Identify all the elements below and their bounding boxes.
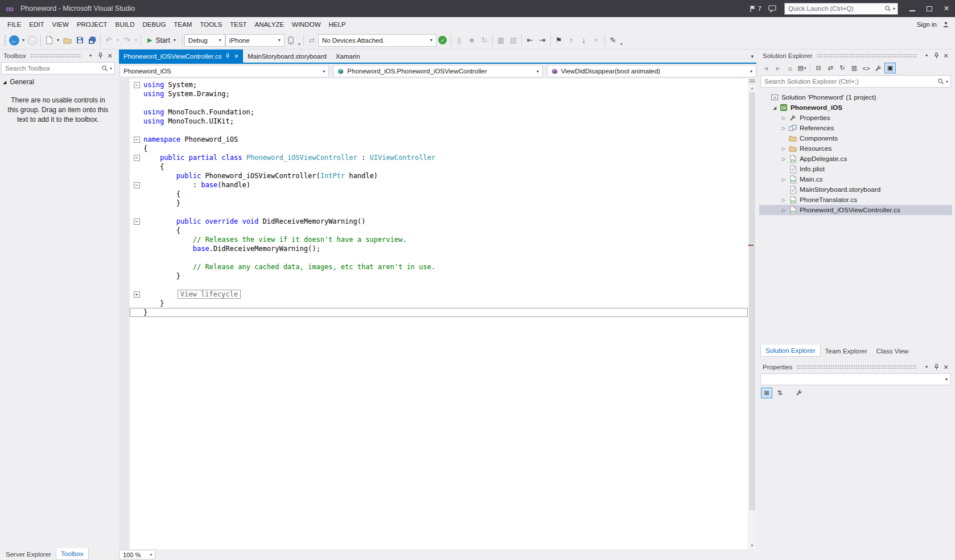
toolbox-group-general[interactable]: ◢ General	[0, 76, 116, 88]
toolbar-overflow-icon[interactable]: ▾	[620, 42, 623, 47]
code-line[interactable]: −namespace Phoneword_iOS	[130, 135, 748, 144]
menu-analyze[interactable]: ANALYZE	[250, 19, 288, 30]
type-select[interactable]: Phoneword_iOS.Phoneword_iOSViewControlle…	[333, 65, 542, 77]
close-button[interactable]: ×	[938, 0, 955, 17]
minimize-button[interactable]	[904, 0, 921, 17]
code-line[interactable]	[130, 208, 748, 217]
redo-dropdown-icon[interactable]: ▾	[133, 38, 139, 43]
tab-xamarin[interactable]: Xamarin	[331, 50, 365, 63]
collapsed-arrow-icon[interactable]: ▷	[780, 208, 788, 213]
document-list-icon[interactable]: ▾	[748, 53, 756, 59]
pin-icon[interactable]	[932, 51, 941, 60]
previous-bookmark-button[interactable]: ↑	[565, 34, 578, 47]
view-code-icon[interactable]: <>	[861, 63, 872, 73]
tree-item-references[interactable]: ▷References	[759, 123, 952, 133]
categorized-button[interactable]: ⊞	[761, 388, 772, 398]
collapsed-arrow-icon[interactable]: ▷	[780, 116, 788, 121]
tab-mainstoryboard-storyboard[interactable]: MainStoryboard.storyboard	[243, 50, 331, 63]
tree-item-main-cs[interactable]: ▷C#Main.cs	[759, 174, 952, 184]
fold-expand-icon[interactable]: +	[134, 291, 140, 298]
solution-explorer-search[interactable]: ▾	[760, 75, 951, 88]
toolbar-overflow-icon[interactable]: ▾	[298, 42, 301, 47]
tree-item-mainstoryboard-storyboard[interactable]: MainStoryboard.storyboard	[759, 184, 952, 195]
code-line[interactable]: // Releases the view if it doesn't have …	[130, 235, 748, 244]
menu-project[interactable]: PROJECT	[73, 19, 112, 30]
tree-item-appdelegate-cs[interactable]: ▷C#AppDelegate.cs	[759, 154, 952, 164]
menu-tools[interactable]: TOOLS	[196, 19, 226, 30]
menu-window[interactable]: WINDOW	[288, 19, 324, 30]
fold-collapse-icon[interactable]: −	[134, 155, 140, 161]
title-bar[interactable]: ∞ Phoneword - Microsoft Visual Studio 7 …	[0, 0, 955, 17]
toolbox-search-input[interactable]	[5, 65, 101, 72]
tree-item-phoneword-ios[interactable]: ◢C#Phoneword_iOS	[759, 102, 952, 113]
panel-tab-toolbox[interactable]: Toolbox	[56, 548, 89, 560]
scrollbar-thumb[interactable]	[749, 92, 755, 510]
switch-views-icon[interactable]: ▤▾	[796, 63, 808, 73]
solution-explorer-header[interactable]: Solution Explorer ▾ ×	[759, 50, 952, 61]
fold-collapse-icon[interactable]: −	[134, 182, 140, 188]
save-button[interactable]	[73, 34, 86, 47]
navigate-back-button[interactable]: ←	[8, 34, 20, 47]
code-line[interactable]: base.DidReceiveMemoryWarning();	[130, 244, 748, 253]
break-all-button[interactable]: ||	[453, 34, 466, 47]
feedback-icon[interactable]	[768, 5, 776, 13]
collapsed-arrow-icon[interactable]: ▷	[780, 197, 788, 203]
property-pages-button[interactable]	[793, 388, 805, 398]
solution-platform-select[interactable]: iPhone▾	[225, 34, 285, 47]
project-select[interactable]: Phoneword_iOS ▾	[120, 65, 329, 77]
tree-item-components[interactable]: Components	[759, 133, 952, 143]
user-icon[interactable]	[942, 21, 949, 28]
save-all-button[interactable]	[86, 34, 98, 47]
code-editor[interactable]: −using System;using System.Drawing;using…	[130, 79, 748, 549]
comment-button[interactable]: ✎	[607, 34, 619, 47]
split-handle[interactable]	[748, 79, 756, 84]
back-icon[interactable]: ◄	[760, 63, 772, 73]
device-settings-icon[interactable]	[285, 34, 297, 47]
code-line[interactable]: }	[130, 199, 748, 208]
tree-item-phonetranslator-cs[interactable]: ▷C#PhoneTranslator.cs	[759, 195, 952, 205]
code-line[interactable]: }	[130, 271, 748, 281]
pair-device-icon[interactable]: ⇄	[306, 34, 318, 47]
next-bookmark-button[interactable]: ↓	[578, 34, 590, 47]
zoom-select[interactable]: 100 % ▾	[119, 550, 155, 559]
close-icon[interactable]: ×	[105, 51, 114, 60]
tree-item-solution-phoneword-1-project[interactable]: ∞Solution 'Phoneword' (1 project)	[759, 92, 952, 102]
redo-button[interactable]: ↷	[121, 34, 133, 47]
window-position-icon[interactable]: ▾	[922, 363, 931, 372]
decrease-indent-button[interactable]: ⇤	[524, 34, 536, 47]
code-line[interactable]: − public partial class Phoneword_iOSView…	[130, 153, 748, 162]
sign-in-link[interactable]: Sign in	[912, 21, 941, 28]
member-select[interactable]: ViewDidDisappear(bool animated) ▾	[547, 65, 756, 77]
code-line[interactable]: + View lifecycle	[130, 290, 748, 299]
device-select[interactable]: No Devices Attached.▾	[318, 34, 437, 47]
tree-item-info-plist[interactable]: Info.plist	[759, 164, 952, 174]
panel-tab-server-explorer[interactable]: Server Explorer	[1, 548, 56, 560]
window-position-icon[interactable]: ▾	[86, 51, 95, 60]
toggle-bookmark-button[interactable]: ⚑	[553, 34, 565, 47]
panel-tab-class-view[interactable]: Class View	[872, 345, 913, 357]
expanded-arrow-icon[interactable]: ◢	[771, 105, 779, 110]
code-line[interactable]	[130, 253, 748, 262]
new-file-button[interactable]	[43, 34, 55, 47]
code-line[interactable]: {	[130, 162, 748, 171]
refresh-icon[interactable]: ↻	[837, 63, 848, 73]
quick-launch[interactable]: ▾	[784, 3, 898, 15]
pin-icon[interactable]	[96, 51, 105, 60]
collapsed-arrow-icon[interactable]: ▷	[780, 157, 788, 162]
code-line[interactable]: }	[130, 308, 748, 317]
collapsed-arrow-icon[interactable]: ▷	[780, 126, 788, 131]
open-file-button[interactable]	[61, 34, 73, 47]
preview-selected-items-icon[interactable]: ▣	[884, 63, 896, 73]
menu-team[interactable]: TEAM	[170, 19, 196, 30]
window-position-icon[interactable]: ▾	[922, 51, 931, 60]
show-all-files-icon[interactable]: ▥	[849, 63, 860, 73]
toolbar-grip[interactable]	[4, 35, 6, 46]
scroll-up-icon[interactable]: ▴	[748, 84, 756, 92]
notifications-button[interactable]: 7	[750, 5, 761, 13]
code-line[interactable]: using System.Drawing;	[130, 89, 748, 98]
new-file-dropdown-icon[interactable]: ▾	[55, 38, 61, 43]
restart-button[interactable]: ↻	[478, 34, 491, 47]
tab-phoneword-iosviewcontroller-cs[interactable]: Phoneword_iOSViewController.cs ×	[119, 50, 243, 63]
scrollbar-track[interactable]	[748, 92, 756, 541]
code-line[interactable]: − public override void DidReceiveMemoryW…	[130, 217, 748, 226]
